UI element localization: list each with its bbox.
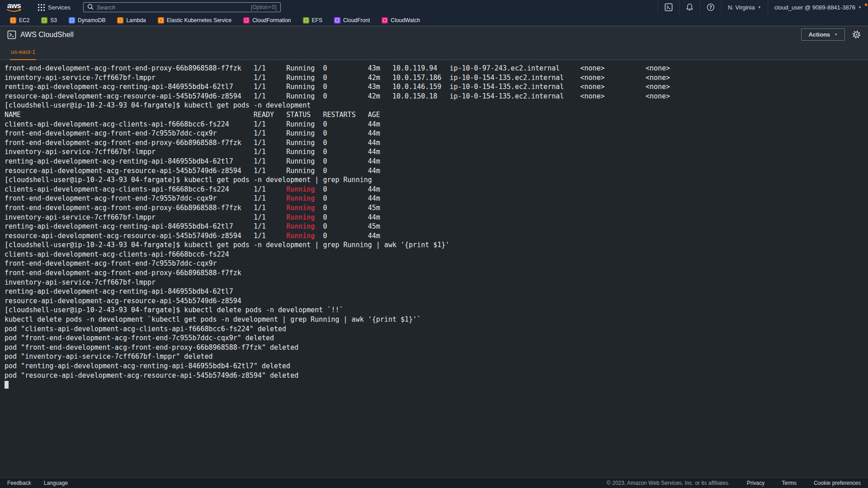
search-icon bbox=[87, 4, 94, 11]
terminal-line: inventory-api-service-7cff667bf-lmppr 1/… bbox=[5, 73, 868, 83]
terminal-line: front-end-development-acg-front-end-prox… bbox=[5, 203, 868, 213]
footer: Feedback Language © 2023, Amazon Web Ser… bbox=[0, 478, 868, 488]
terminal-line: [cloudshell-user@ip-10-2-43-93 04-fargat… bbox=[5, 101, 868, 110]
footer-links: PrivacyTermsCookie preferences bbox=[747, 480, 861, 486]
feedback-link[interactable]: Feedback bbox=[7, 480, 31, 486]
service-icon bbox=[158, 17, 164, 23]
actions-button-label: Actions bbox=[808, 31, 830, 38]
cloudshell-terminal-icon bbox=[7, 30, 16, 39]
help-button[interactable]: ? bbox=[700, 0, 721, 14]
service-icon bbox=[303, 17, 309, 23]
terminal-line: resource-api-development-acg-resource-ap… bbox=[5, 92, 868, 101]
chevron-down-icon: ▼ bbox=[858, 5, 862, 9]
favorite-cloudwatch[interactable]: CloudWatch bbox=[382, 17, 420, 23]
settings-button[interactable] bbox=[852, 30, 861, 39]
terminal-line: [cloudshell-user@ip-10-2-43-93 04-fargat… bbox=[5, 305, 868, 315]
svg-text:?: ? bbox=[709, 5, 712, 10]
services-menu-button[interactable]: Services bbox=[33, 0, 75, 14]
page-title: AWS CloudShell bbox=[7, 30, 74, 39]
terminal-line: renting-api-development-acg-renting-api-… bbox=[5, 82, 868, 92]
terminal-line: pod "renting-api-development-acg-renting… bbox=[5, 361, 868, 371]
cloudshell-header: AWS CloudShell Actions ▼ bbox=[0, 26, 868, 43]
actions-button[interactable]: Actions ▼ bbox=[801, 28, 845, 41]
terminal-line: front-end-development-acg-front-end-7c95… bbox=[5, 259, 868, 268]
terminal-line: clients-api-development-acg-clients-api-… bbox=[5, 185, 868, 194]
footer-left: Feedback Language bbox=[7, 480, 68, 486]
chevron-down-icon: ▼ bbox=[834, 33, 838, 37]
service-icon bbox=[10, 17, 16, 23]
terminal-tab-bar: us-east-1 bbox=[0, 43, 868, 60]
account-label: cloud_user @ 9089-8841-3876 bbox=[774, 4, 855, 11]
terminal-line: inventory-api-service-7cff667bf-lmppr bbox=[5, 278, 868, 287]
terminal-line: pod "front-end-development-acg-front-end… bbox=[5, 333, 868, 343]
favorite-label: Elastic Kubernetes Service bbox=[167, 17, 231, 23]
footer-right: © 2023, Amazon Web Services, Inc. or its… bbox=[607, 480, 861, 486]
favorite-s3[interactable]: S3 bbox=[41, 17, 57, 23]
help-icon: ? bbox=[707, 3, 715, 11]
favorite-label: Lambda bbox=[126, 17, 146, 23]
aws-logo[interactable]: aws bbox=[6, 3, 22, 12]
terminal-line: front-end-development-acg-front-end-prox… bbox=[5, 268, 868, 278]
global-search[interactable]: [Option+S] bbox=[83, 2, 281, 12]
favorite-label: DynamoDB bbox=[78, 17, 105, 23]
terminal-line: clients-api-development-acg-clients-api-… bbox=[5, 250, 868, 259]
terminal-line: front-end-development-acg-front-end-7c95… bbox=[5, 129, 868, 138]
service-icon bbox=[243, 17, 250, 23]
terminal-line: front-end-development-acg-front-end-prox… bbox=[5, 138, 868, 148]
footer-link-cookie-preferences[interactable]: Cookie preferences bbox=[814, 480, 861, 486]
search-input[interactable] bbox=[97, 4, 248, 11]
region-selector[interactable]: N. Virginia ▼ bbox=[721, 0, 768, 14]
terminal-line: resource-api-development-acg-resource-ap… bbox=[5, 166, 868, 176]
page-title-text: AWS CloudShell bbox=[20, 31, 74, 39]
services-label: Services bbox=[48, 4, 71, 11]
favorite-label: EFS bbox=[312, 17, 322, 23]
favorite-label: EC2 bbox=[19, 17, 29, 23]
terminal-cursor-line bbox=[5, 380, 868, 389]
aws-smile-icon bbox=[6, 9, 22, 12]
terminal-line: [cloudshell-user@ip-10-2-43-93 04-fargat… bbox=[5, 175, 868, 185]
service-icon bbox=[117, 17, 123, 23]
tab-us-east-1[interactable]: us-east-1 bbox=[10, 48, 36, 60]
footer-link-privacy[interactable]: Privacy bbox=[747, 480, 764, 486]
favorite-cloudfront[interactable]: CloudFront bbox=[334, 17, 370, 23]
favorites-bar: EC2S3DynamoDBLambdaElastic Kubernetes Se… bbox=[0, 14, 868, 26]
favorite-lambda[interactable]: Lambda bbox=[117, 17, 146, 23]
language-link[interactable]: Language bbox=[44, 480, 68, 486]
favorite-cloudformation[interactable]: CloudFormation bbox=[243, 17, 291, 23]
terminal-line: pod "inventory-api-service-7cff667bf-lmp… bbox=[5, 352, 868, 361]
terminal-output[interactable]: front-end-development-acg-front-end-prox… bbox=[0, 60, 868, 478]
search-shortcut-hint: [Option+S] bbox=[251, 4, 277, 10]
terminal-line: kubectl delete pods -n development `kube… bbox=[5, 315, 868, 324]
cloudshell-terminal-icon bbox=[665, 3, 673, 11]
terminal-line: front-end-development-acg-front-end-prox… bbox=[5, 64, 868, 73]
terminal-line: inventory-api-service-7cff667bf-lmppr 1/… bbox=[5, 213, 868, 222]
top-navigation-bar: aws Services [Option+S] bbox=[0, 0, 868, 14]
top-nav-right: ? N. Virginia ▼ cloud_user @ 9089-8841-3… bbox=[658, 0, 868, 14]
terminal-line: NAME READY STATUS RESTARTS AGE bbox=[5, 110, 868, 120]
terminal-line: renting-api-development-acg-renting-api-… bbox=[5, 287, 868, 296]
notifications-button[interactable] bbox=[679, 0, 700, 14]
favorite-ec2[interactable]: EC2 bbox=[10, 17, 29, 23]
account-menu[interactable]: cloud_user @ 9089-8841-3876 ▼ bbox=[768, 0, 868, 14]
terminal-line: renting-api-development-acg-renting-api-… bbox=[5, 157, 868, 166]
favorite-label: CloudWatch bbox=[391, 17, 420, 23]
favorite-label: S3 bbox=[50, 17, 57, 23]
favorite-elastic-kubernetes-service[interactable]: Elastic Kubernetes Service bbox=[158, 17, 231, 23]
terminal-line: renting-api-development-acg-renting-api-… bbox=[5, 222, 868, 231]
terminal-line: [cloudshell-user@ip-10-2-43-93 04-fargat… bbox=[5, 240, 868, 250]
favorite-efs[interactable]: EFS bbox=[303, 17, 322, 23]
bell-icon bbox=[686, 3, 693, 11]
cloudshell-button[interactable] bbox=[658, 0, 679, 14]
terminal-line: pod "clients-api-development-acg-clients… bbox=[5, 324, 868, 334]
terminal-line: front-end-development-acg-front-end-7c95… bbox=[5, 194, 868, 203]
footer-link-terms[interactable]: Terms bbox=[782, 480, 797, 486]
terminal-line: pod "front-end-development-acg-front-end… bbox=[5, 343, 868, 352]
terminal-line: resource-api-development-acg-resource-ap… bbox=[5, 296, 868, 306]
terminal-cursor bbox=[5, 381, 9, 389]
terminal-line: resource-api-development-acg-resource-ap… bbox=[5, 231, 868, 241]
copyright-text: © 2023, Amazon Web Services, Inc. or its… bbox=[607, 480, 730, 486]
favorite-dynamodb[interactable]: DynamoDB bbox=[69, 17, 105, 23]
gear-icon bbox=[852, 30, 861, 39]
aws-logo-text: aws bbox=[7, 3, 21, 9]
favorite-label: CloudFront bbox=[343, 17, 370, 23]
